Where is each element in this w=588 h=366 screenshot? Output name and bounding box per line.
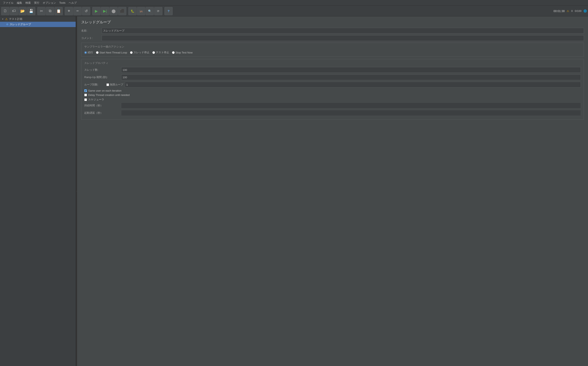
warning-icon: ⚠ [567,9,569,13]
radio-stop-test-label: テスト停止 [156,51,169,54]
progress-display: 0/100 [575,9,581,13]
stop-button[interactable]: ⬤ [109,7,118,15]
startup-delay-row: 起動遅延（秒） [84,110,581,116]
thread-count-row: スレッド数: [84,67,581,73]
same-user-checkbox[interactable] [84,89,87,92]
thread-group-icon: ⚙ [6,23,8,26]
menu-help[interactable]: ヘルプ [67,1,78,5]
radio-stop-thread[interactable]: スレッド停止 [130,51,149,54]
name-row: 名前: [81,28,584,34]
ramp-up-row: Ramp-Up 期間 (秒): [84,74,581,80]
comment-input[interactable] [102,35,584,41]
duration-row: 持続時間（秒） [84,103,581,108]
comment-row: コメント: [81,35,584,41]
delay-thread-checkbox[interactable] [84,94,87,96]
sidebar-item-test-plan[interactable]: ▼ ⚠ テスト計画 [0,16,76,22]
thread-count-input[interactable] [121,67,581,73]
radio-continue[interactable]: 続行 [84,51,93,54]
duration-input[interactable] [121,103,581,108]
scheduler-row[interactable]: スケジューラ [84,98,581,101]
radio-stop-test-now-label: Stop Test Now [176,51,193,54]
new-button[interactable]: 🗋 [1,7,9,15]
loop-count-input[interactable] [125,82,581,87]
add-button[interactable]: + [65,7,73,15]
cut-button[interactable]: ✂ [37,7,46,15]
sidebar: ▼ ⚠ テスト計画 ⚙ スレッドグループ [0,16,76,366]
remove-button[interactable]: − [73,7,82,15]
startup-delay-label: 起動遅延（秒） [84,111,121,115]
startup-delay-input[interactable] [121,110,581,116]
menu-edit[interactable]: 編集 [15,1,24,5]
content-area: スレッドグループ 名前: コメント: サンプラーエラー後のアクション 続行 St… [77,16,588,366]
test-plan-icon: ⚠ [5,17,8,21]
search-toolbar-button[interactable]: 🔍 [146,7,154,15]
warning-count: 0 [571,9,573,13]
error-action-title: サンプラーエラー後のアクション [84,45,581,49]
loop-count-row: ループ回数: 無限ループ [84,82,581,87]
delay-thread-label: Delay Thread creation until needed [88,93,130,97]
same-user-row[interactable]: Same user on each iteration [84,89,581,92]
paste-button[interactable]: 📋 [54,7,63,15]
infinite-loop-text: 無限ループ [110,83,123,86]
toolbar-status: 00:01:38 ⚠ 0 0/100 🌐 [554,9,587,13]
menu-file[interactable]: ファイル [1,1,15,5]
radio-stop-thread-label: スレッド停止 [133,51,149,54]
reset-button[interactable]: ⟳ [154,7,162,15]
open-templates-button[interactable]: 🏷 [10,7,18,15]
clear-button[interactable]: 🐛 [128,7,137,15]
save-button[interactable]: 💾 [27,7,35,15]
undo-button[interactable]: ↺ [82,7,90,15]
thread-props-title: スレッドプロパティ [84,61,581,65]
menu-options[interactable]: オプション [41,1,58,5]
radio-continue-label: 続行 [88,51,93,54]
shutdown-button[interactable]: ⬛ [118,7,126,15]
page-title: スレッドグループ [81,20,584,25]
menubar: ファイル 編集 検索 実行 オプション Tools ヘルプ [0,0,588,6]
run-button[interactable]: ▶ [92,7,101,15]
error-action-section: サンプラーエラー後のアクション 続行 Start Next Thread Loo… [81,43,584,57]
loop-count-label: ループ回数: [84,83,105,86]
sidebar-item-label-test-plan: テスト計画 [9,17,22,21]
infinite-loop-checkbox[interactable] [106,84,109,86]
sidebar-item-label-thread-group: スレッドグループ [10,23,31,26]
radio-start-next-label: Start Next Thread Loop [100,51,127,54]
name-label: 名前: [81,29,102,33]
thread-props-section: スレッドプロパティ スレッド数: Ramp-Up 期間 (秒): ループ回数: … [81,59,584,120]
globe-icon: 🌐 [583,9,587,13]
run-no-pause-button[interactable]: ▶| [101,7,109,15]
duration-label: 持続時間（秒） [84,104,121,107]
main-layout: ▼ ⚠ テスト計画 ⚙ スレッドグループ ⋮ スレッドグループ 名前: コメント… [0,16,588,366]
toolbar: 🗋 🏷 📂 💾 ✂ ⧉ 📋 + − ↺ ▶ ▶| ⬤ ⬛ 🐛 🦗 🔍 ⟳ ? 0… [0,6,588,16]
copy-button[interactable]: ⧉ [46,7,54,15]
expand-arrow: ▼ [2,18,4,20]
name-input[interactable] [102,28,584,34]
delay-thread-row[interactable]: Delay Thread creation until needed [84,93,581,97]
same-user-label: Same user on each iteration [88,89,122,92]
infinite-loop-label[interactable]: 無限ループ [106,83,123,86]
menu-tools[interactable]: Tools [58,1,67,5]
open-button[interactable]: 📂 [18,7,27,15]
radio-stop-test-now[interactable]: Stop Test Now [172,51,193,54]
comment-label: コメント: [81,36,102,40]
error-action-radio-group: 続行 Start Next Thread Loop スレッド停止 テスト停止 S… [84,51,581,54]
clear-all-button[interactable]: 🦗 [137,7,145,15]
menu-run[interactable]: 実行 [32,1,41,5]
menu-search[interactable]: 検索 [24,1,32,5]
scheduler-label: スケジューラ [88,98,104,101]
sidebar-item-thread-group[interactable]: ⚙ スレッドグループ [0,22,76,27]
radio-stop-test[interactable]: テスト停止 [152,51,169,54]
thread-count-label: スレッド数: [84,68,121,72]
help-button[interactable]: ? [164,7,173,15]
ramp-up-label: Ramp-Up 期間 (秒): [84,76,121,79]
scheduler-checkbox[interactable] [84,98,87,101]
radio-start-next[interactable]: Start Next Thread Loop [96,51,127,54]
timer-display: 00:01:38 [554,9,565,13]
ramp-up-input[interactable] [121,74,581,80]
